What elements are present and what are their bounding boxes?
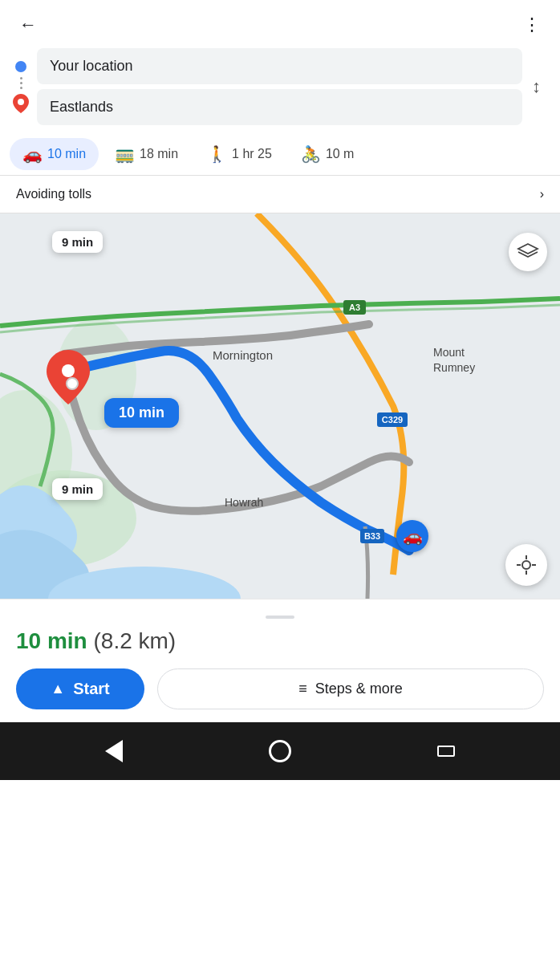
bike-icon: 🚴 [301,144,321,164]
route-inputs: ↕ [13,48,547,125]
start-navigation-button[interactable]: ▲ Start [16,668,144,709]
more-menu-button[interactable]: ⋮ [517,8,547,42]
action-buttons: ▲ Start ≡ Steps & more [16,668,544,709]
avoiding-tolls-label: Avoiding tolls [16,187,91,201]
walk-icon: 🚶 [207,144,227,164]
origin-dot-icon [15,61,26,72]
steps-icon: ≡ [298,681,307,697]
destination-input[interactable] [37,89,522,125]
transport-tabs: 🚗 10 min 🚃 18 min 🚶 1 hr 25 🚴 10 m [0,133,560,176]
nav-back-icon [105,740,123,762]
bottom-panel: 10 min (8.2 km) ▲ Start ≡ Steps & more [0,599,560,722]
location-target-icon [515,554,538,576]
tab-transit[interactable]: 🚃 18 min [102,138,191,170]
svg-text:B33: B33 [364,531,380,541]
car-icon: 🚗 [22,144,43,164]
route-distance: (8.2 km) [93,628,176,653]
tab-bike[interactable]: 🚴 10 m [288,138,367,170]
tab-car[interactable]: 🚗 10 min [10,138,99,170]
inputs-column [37,48,522,125]
route-icon-column [13,61,29,113]
tab-walk-label: 1 hr 25 [232,147,272,161]
map-svg: A3 C329 B33 Mornington Mount Rumney Howr… [0,213,560,599]
nav-home-button[interactable] [269,740,291,762]
swap-route-button[interactable]: ↕ [526,70,547,104]
route-duration: 10 min [16,628,87,653]
nav-home-icon [269,740,291,762]
svg-point-19 [522,561,530,569]
svg-point-0 [18,99,24,105]
layers-icon [517,241,539,263]
map-layer-button[interactable] [509,233,547,271]
back-button[interactable]: ← [13,8,43,42]
header-row: ← ⋮ [13,8,547,42]
tab-bike-label: 10 m [326,147,355,161]
duration-distance: 10 min (8.2 km) [16,628,544,654]
nav-recents-icon [437,746,455,757]
header-section: ← ⋮ ↕ [0,0,560,133]
my-location-button[interactable] [505,544,547,586]
svg-text:Mornington: Mornington [213,348,273,362]
car-position-badge: 🚗 [396,520,428,552]
chevron-right-icon: › [540,187,544,201]
time-badge-blue: 10 min [104,398,179,428]
sheet-handle [266,616,294,619]
map-area[interactable]: A3 C329 B33 Mornington Mount Rumney Howr… [0,213,560,599]
start-label: Start [73,680,110,698]
svg-text:Rumney: Rumney [433,361,475,374]
svg-text:Howrah: Howrah [225,496,263,509]
nav-back-button[interactable] [105,740,123,762]
tab-car-label: 10 min [47,147,86,161]
start-icon: ▲ [51,681,65,697]
tab-walk[interactable]: 🚶 1 hr 25 [194,138,285,170]
svg-text:A3: A3 [349,303,360,312]
svg-point-14 [67,378,78,389]
time-badge-bottom: 9 min [52,478,103,500]
destination-pin-icon [13,94,29,113]
svg-text:C329: C329 [382,415,403,425]
tab-transit-label: 18 min [140,147,178,161]
steps-more-button[interactable]: ≡ Steps & more [157,668,544,709]
svg-text:Mount: Mount [433,346,465,359]
time-badge-top: 9 min [52,231,103,253]
bottom-navigation-bar [0,722,560,780]
transit-icon: 🚃 [115,144,135,164]
route-options-bar[interactable]: Avoiding tolls › [0,176,560,213]
origin-input[interactable] [37,48,522,84]
nav-recents-button[interactable] [437,746,455,757]
steps-label: Steps & more [315,681,403,697]
svg-point-13 [62,364,75,377]
route-divider [20,75,22,91]
